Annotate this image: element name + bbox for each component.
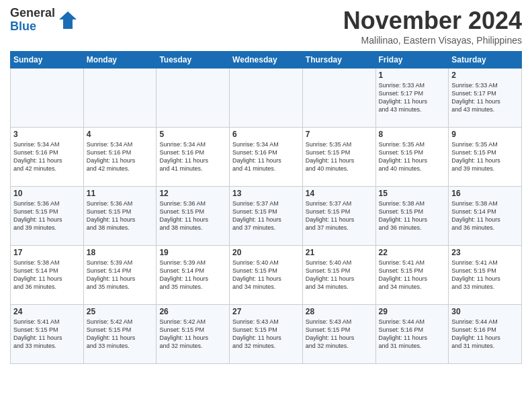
- month-title: November 2024: [343, 7, 522, 35]
- calendar-cell: 2Sunrise: 5:33 AM Sunset: 5:17 PM Daylig…: [449, 68, 522, 128]
- day-info: Sunrise: 5:41 AM Sunset: 5:15 PM Dayligh…: [451, 259, 519, 291]
- day-number: 17: [13, 248, 81, 257]
- logo-icon: [58, 10, 78, 30]
- day-info: Sunrise: 5:44 AM Sunset: 5:16 PM Dayligh…: [451, 318, 519, 351]
- day-info: Sunrise: 5:39 AM Sunset: 5:14 PM Dayligh…: [87, 259, 154, 291]
- day-info: Sunrise: 5:36 AM Sunset: 5:15 PM Dayligh…: [87, 199, 154, 232]
- day-number: 30: [451, 307, 519, 316]
- day-info: Sunrise: 5:40 AM Sunset: 5:15 PM Dayligh…: [232, 259, 300, 291]
- day-number: 23: [451, 248, 519, 257]
- day-info: Sunrise: 5:35 AM Sunset: 5:15 PM Dayligh…: [379, 140, 446, 173]
- calendar-cell: 24Sunrise: 5:41 AM Sunset: 5:15 PM Dayli…: [11, 305, 84, 364]
- day-number: 26: [159, 307, 226, 316]
- calendar-cell: 7Sunrise: 5:35 AM Sunset: 5:15 PM Daylig…: [302, 128, 375, 187]
- calendar-cell: [11, 68, 84, 128]
- day-number: 10: [13, 189, 81, 198]
- logo: General Blue: [10, 7, 78, 34]
- day-info: Sunrise: 5:38 AM Sunset: 5:14 PM Dayligh…: [451, 199, 519, 232]
- calendar-cell: 28Sunrise: 5:43 AM Sunset: 5:15 PM Dayli…: [302, 305, 375, 364]
- logo-blue: Blue: [10, 20, 55, 34]
- calendar-cell: 27Sunrise: 5:43 AM Sunset: 5:15 PM Dayli…: [230, 305, 303, 364]
- calendar-cell: 30Sunrise: 5:44 AM Sunset: 5:16 PM Dayli…: [449, 305, 522, 364]
- calendar-cell: [302, 68, 375, 128]
- day-info: Sunrise: 5:34 AM Sunset: 5:16 PM Dayligh…: [232, 140, 300, 173]
- day-number: 4: [87, 130, 154, 139]
- page-header: General Blue November 2024 Malilinao, Ea…: [10, 7, 522, 46]
- day-number: 24: [13, 307, 81, 316]
- day-number: 25: [87, 307, 154, 316]
- calendar-cell: 23Sunrise: 5:41 AM Sunset: 5:15 PM Dayli…: [449, 246, 522, 305]
- location: Malilinao, Eastern Visayas, Philippines: [343, 35, 522, 46]
- day-info: Sunrise: 5:42 AM Sunset: 5:15 PM Dayligh…: [87, 318, 154, 351]
- day-number: 2: [451, 71, 519, 80]
- calendar-week-row: 10Sunrise: 5:36 AM Sunset: 5:15 PM Dayli…: [11, 187, 522, 246]
- calendar-cell: 1Sunrise: 5:33 AM Sunset: 5:17 PM Daylig…: [375, 68, 449, 128]
- day-info: Sunrise: 5:44 AM Sunset: 5:16 PM Dayligh…: [379, 318, 446, 351]
- calendar-cell: 21Sunrise: 5:40 AM Sunset: 5:15 PM Dayli…: [302, 246, 375, 305]
- day-info: Sunrise: 5:42 AM Sunset: 5:15 PM Dayligh…: [159, 318, 226, 351]
- calendar-cell: 6Sunrise: 5:34 AM Sunset: 5:16 PM Daylig…: [230, 128, 303, 187]
- day-number: 9: [451, 130, 519, 139]
- day-number: 28: [306, 307, 373, 316]
- day-info: Sunrise: 5:35 AM Sunset: 5:15 PM Dayligh…: [451, 140, 519, 173]
- svg-marker-0: [59, 11, 77, 29]
- calendar-week-row: 1Sunrise: 5:33 AM Sunset: 5:17 PM Daylig…: [11, 68, 522, 128]
- weekday-header: Friday: [375, 52, 449, 68]
- day-number: 11: [87, 189, 154, 198]
- calendar-cell: 26Sunrise: 5:42 AM Sunset: 5:15 PM Dayli…: [157, 305, 230, 364]
- calendar-cell: 13Sunrise: 5:37 AM Sunset: 5:15 PM Dayli…: [230, 187, 303, 246]
- calendar-cell: 11Sunrise: 5:36 AM Sunset: 5:15 PM Dayli…: [83, 187, 157, 246]
- day-info: Sunrise: 5:39 AM Sunset: 5:14 PM Dayligh…: [159, 259, 226, 291]
- weekday-header: Tuesday: [157, 52, 230, 68]
- weekday-header: Wednesday: [230, 52, 303, 68]
- day-info: Sunrise: 5:37 AM Sunset: 5:15 PM Dayligh…: [306, 199, 373, 232]
- calendar-cell: 25Sunrise: 5:42 AM Sunset: 5:15 PM Dayli…: [83, 305, 157, 364]
- calendar-cell: 4Sunrise: 5:34 AM Sunset: 5:16 PM Daylig…: [83, 128, 157, 187]
- calendar-header: SundayMondayTuesdayWednesdayThursdayFrid…: [11, 52, 522, 68]
- calendar-cell: 16Sunrise: 5:38 AM Sunset: 5:14 PM Dayli…: [449, 187, 522, 246]
- day-info: Sunrise: 5:41 AM Sunset: 5:15 PM Dayligh…: [13, 318, 81, 351]
- calendar-cell: 8Sunrise: 5:35 AM Sunset: 5:15 PM Daylig…: [375, 128, 449, 187]
- day-info: Sunrise: 5:41 AM Sunset: 5:15 PM Dayligh…: [379, 259, 446, 291]
- day-number: 14: [306, 189, 373, 198]
- calendar-cell: [157, 68, 230, 128]
- day-number: 5: [159, 130, 226, 139]
- day-info: Sunrise: 5:36 AM Sunset: 5:15 PM Dayligh…: [13, 199, 81, 232]
- calendar-cell: [230, 68, 303, 128]
- calendar-week-row: 17Sunrise: 5:38 AM Sunset: 5:14 PM Dayli…: [11, 246, 522, 305]
- day-number: 3: [13, 130, 81, 139]
- calendar-cell: 14Sunrise: 5:37 AM Sunset: 5:15 PM Dayli…: [302, 187, 375, 246]
- weekday-header: Monday: [83, 52, 157, 68]
- calendar-cell: 10Sunrise: 5:36 AM Sunset: 5:15 PM Dayli…: [11, 187, 84, 246]
- day-number: 19: [159, 248, 226, 257]
- day-number: 6: [232, 130, 300, 139]
- day-info: Sunrise: 5:43 AM Sunset: 5:15 PM Dayligh…: [306, 318, 373, 351]
- day-info: Sunrise: 5:34 AM Sunset: 5:16 PM Dayligh…: [87, 140, 154, 173]
- day-number: 8: [379, 130, 446, 139]
- day-number: 7: [306, 130, 373, 139]
- day-info: Sunrise: 5:38 AM Sunset: 5:14 PM Dayligh…: [13, 259, 81, 291]
- calendar-cell: 20Sunrise: 5:40 AM Sunset: 5:15 PM Dayli…: [230, 246, 303, 305]
- day-number: 20: [232, 248, 300, 257]
- logo-general: General: [10, 7, 55, 20]
- day-info: Sunrise: 5:33 AM Sunset: 5:17 PM Dayligh…: [451, 81, 519, 114]
- day-info: Sunrise: 5:34 AM Sunset: 5:16 PM Dayligh…: [13, 140, 81, 173]
- calendar-table: SundayMondayTuesdayWednesdayThursdayFrid…: [10, 51, 522, 364]
- day-info: Sunrise: 5:40 AM Sunset: 5:15 PM Dayligh…: [306, 259, 373, 291]
- day-number: 16: [451, 189, 519, 198]
- day-info: Sunrise: 5:38 AM Sunset: 5:15 PM Dayligh…: [379, 199, 446, 232]
- day-info: Sunrise: 5:43 AM Sunset: 5:15 PM Dayligh…: [232, 318, 300, 351]
- calendar-body: 1Sunrise: 5:33 AM Sunset: 5:17 PM Daylig…: [11, 68, 522, 364]
- calendar-cell: 18Sunrise: 5:39 AM Sunset: 5:14 PM Dayli…: [83, 246, 157, 305]
- weekday-header: Thursday: [302, 52, 375, 68]
- calendar-cell: 3Sunrise: 5:34 AM Sunset: 5:16 PM Daylig…: [11, 128, 84, 187]
- calendar-week-row: 3Sunrise: 5:34 AM Sunset: 5:16 PM Daylig…: [11, 128, 522, 187]
- day-number: 1: [379, 71, 446, 80]
- calendar-cell: 9Sunrise: 5:35 AM Sunset: 5:15 PM Daylig…: [449, 128, 522, 187]
- calendar-cell: 5Sunrise: 5:34 AM Sunset: 5:16 PM Daylig…: [157, 128, 230, 187]
- day-number: 15: [379, 189, 446, 198]
- calendar-cell: 15Sunrise: 5:38 AM Sunset: 5:15 PM Dayli…: [375, 187, 449, 246]
- day-number: 13: [232, 189, 300, 198]
- day-number: 22: [379, 248, 446, 257]
- day-info: Sunrise: 5:35 AM Sunset: 5:15 PM Dayligh…: [306, 140, 373, 173]
